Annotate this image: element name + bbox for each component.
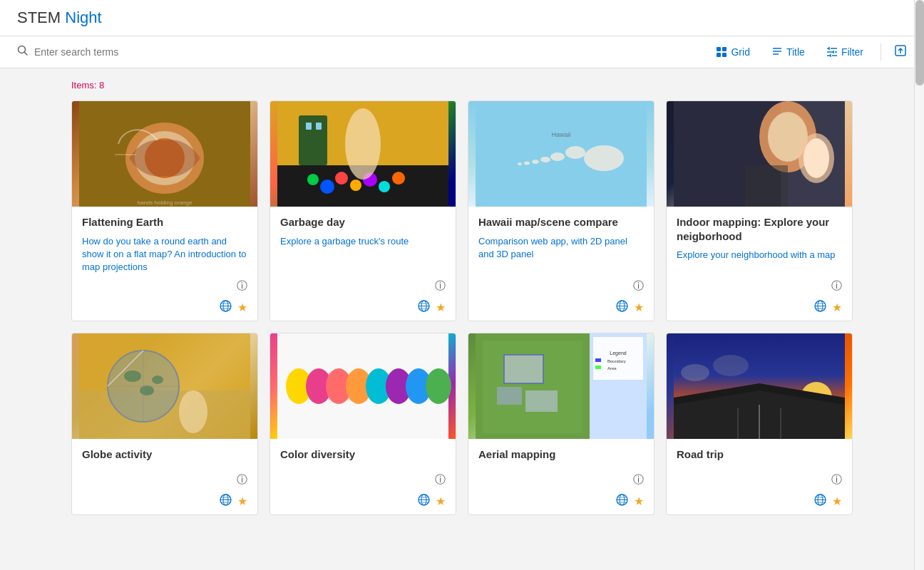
grid-icon	[716, 46, 727, 58]
card-item[interactable]: Indoor mapping: Explore your neigborhood…	[666, 100, 853, 321]
search-container	[17, 45, 712, 59]
card-thumbnail: Legend Boundary Area	[468, 333, 654, 439]
globe-icon[interactable]	[418, 494, 430, 509]
svg-point-54	[524, 162, 530, 165]
card-item[interactable]: Globe activityⓘ ★	[71, 333, 258, 515]
svg-point-34	[335, 172, 348, 185]
info-icon[interactable]: ⓘ	[237, 473, 247, 487]
card-info-section: ⓘ	[270, 279, 456, 296]
globe-icon[interactable]	[814, 300, 826, 315]
svg-point-33	[320, 180, 334, 194]
header: STEM Night	[0, 0, 924, 36]
svg-text:Boundary: Boundary	[607, 359, 626, 363]
title-icon	[771, 46, 783, 58]
card-footer: ★	[72, 489, 257, 514]
card-description: Comparison web app, with 2D panel and 3D…	[478, 235, 644, 274]
card-item[interactable]: Color diversityⓘ ★	[270, 333, 456, 515]
star-icon[interactable]: ★	[832, 494, 842, 508]
card-info-section: ⓘ	[270, 473, 456, 489]
svg-point-35	[350, 180, 361, 191]
items-count: Items: 8	[71, 80, 853, 90]
info-icon[interactable]: ⓘ	[237, 279, 247, 293]
title-view-button[interactable]: Title	[767, 43, 809, 61]
svg-point-51	[550, 152, 565, 161]
svg-point-52	[540, 157, 550, 162]
svg-point-37	[379, 181, 390, 192]
star-icon[interactable]: ★	[436, 494, 446, 508]
svg-point-81	[152, 375, 163, 384]
page-title: STEM Night	[17, 9, 102, 27]
card-thumbnail	[270, 101, 456, 207]
card-body: Flattening EarthHow do you take a round …	[72, 207, 257, 279]
star-icon[interactable]: ★	[634, 494, 644, 508]
card-thumbnail: hands holding orange	[72, 101, 257, 207]
card-title: Flattening Earth	[82, 215, 247, 229]
globe-icon[interactable]	[418, 300, 430, 315]
svg-point-50	[565, 146, 585, 159]
card-item[interactable]: Road tripⓘ ★	[666, 333, 853, 515]
info-icon[interactable]: ⓘ	[633, 279, 644, 293]
card-item[interactable]: Legend Boundary Area Aerial mappingⓘ ★	[468, 333, 654, 515]
export-button[interactable]	[894, 44, 907, 60]
svg-line-1	[25, 53, 28, 56]
card-footer: ★	[270, 489, 456, 514]
svg-rect-40	[306, 123, 312, 130]
globe-icon[interactable]	[616, 494, 628, 509]
star-icon[interactable]: ★	[237, 301, 247, 314]
svg-rect-4	[717, 53, 721, 57]
card-thumbnail: Hawaii	[468, 101, 654, 207]
star-icon[interactable]: ★	[634, 301, 644, 314]
globe-icon[interactable]	[814, 494, 826, 509]
content-area: Items: 8 hands holding orange Flattening…	[0, 68, 924, 527]
card-title: Garbage day	[280, 215, 446, 229]
scrollbar-thumb[interactable]	[915, 0, 924, 86]
info-icon[interactable]: ⓘ	[633, 473, 644, 487]
card-description: Explore your neighborhood with a map	[677, 249, 842, 274]
info-icon[interactable]: ⓘ	[435, 473, 446, 487]
card-thumbnail	[72, 333, 257, 439]
star-icon[interactable]: ★	[832, 301, 842, 314]
svg-rect-111	[595, 358, 601, 362]
svg-rect-5	[722, 53, 727, 57]
svg-point-55	[518, 162, 522, 165]
globe-icon[interactable]	[220, 300, 232, 315]
card-info-section: ⓘ	[72, 279, 257, 296]
info-icon[interactable]: ⓘ	[831, 279, 842, 293]
card-info-section: ⓘ	[468, 473, 654, 489]
card-footer: ★	[667, 296, 852, 321]
svg-text:Area: Area	[607, 366, 617, 370]
svg-rect-39	[299, 115, 327, 165]
info-icon[interactable]: ⓘ	[831, 473, 842, 487]
info-icon[interactable]: ⓘ	[435, 279, 446, 293]
svg-point-38	[392, 172, 405, 185]
svg-rect-2	[717, 47, 721, 51]
globe-icon[interactable]	[220, 494, 232, 509]
card-info-section: ⓘ	[468, 279, 654, 296]
svg-rect-3	[722, 47, 727, 51]
star-icon[interactable]: ★	[436, 301, 446, 314]
card-info-section: ⓘ	[72, 473, 257, 489]
search-input[interactable]	[34, 46, 248, 58]
svg-point-42	[345, 108, 381, 180]
star-icon[interactable]: ★	[237, 494, 247, 508]
filter-button[interactable]: Filter	[822, 43, 868, 61]
svg-point-68	[804, 138, 829, 178]
globe-icon[interactable]	[616, 300, 628, 315]
card-title: Color diversity	[280, 447, 446, 462]
card-body: Indoor mapping: Explore your neigborhood…	[667, 207, 852, 279]
card-description: How do you take a round earth and show i…	[82, 235, 247, 274]
card-item[interactable]: Hawaii Hawaii map/scene compareCompariso…	[468, 100, 654, 321]
svg-point-80	[140, 385, 154, 395]
card-body: Globe activity	[72, 439, 257, 473]
card-footer: ★	[468, 296, 654, 321]
svg-text:Legend: Legend	[610, 351, 626, 356]
scrollbar-track[interactable]	[914, 0, 924, 570]
grid-container: hands holding orange Flattening EarthHow…	[71, 100, 853, 515]
card-item[interactable]: Garbage dayExplore a garbage truck's rou…	[270, 100, 456, 321]
grid-view-button[interactable]: Grid	[712, 43, 754, 61]
card-body: Hawaii map/scene compareComparison web a…	[468, 207, 654, 279]
toolbar: Grid Title Filter	[0, 36, 924, 68]
svg-point-53	[532, 160, 539, 164]
card-item[interactable]: hands holding orange Flattening EarthHow…	[71, 100, 258, 321]
svg-text:hands holding orange: hands holding orange	[138, 200, 193, 206]
